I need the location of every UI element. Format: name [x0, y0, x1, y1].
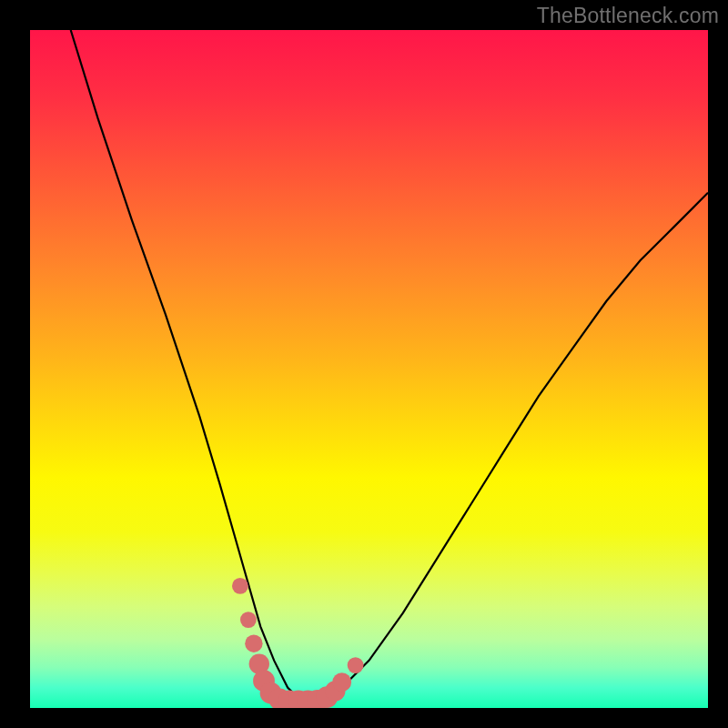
plot-area: [30, 30, 708, 708]
marker-dot: [245, 635, 262, 652]
curve-path: [71, 30, 708, 702]
marker-dot: [232, 578, 248, 594]
marker-dot: [240, 612, 257, 628]
bottleneck-curve: [30, 30, 708, 708]
watermark-text: TheBottleneck.com: [537, 4, 719, 28]
marker-dot: [332, 672, 351, 692]
marker-dot: [348, 657, 364, 673]
chart-frame: TheBottleneck.com: [0, 0, 728, 728]
